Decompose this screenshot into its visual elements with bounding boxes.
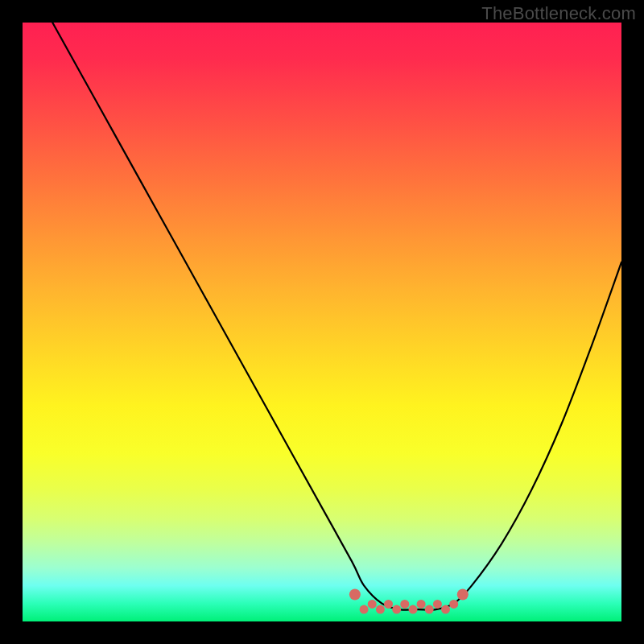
- valley-dot: [368, 600, 377, 609]
- curve-layer: [23, 23, 621, 621]
- watermark-text: TheBottleneck.com: [481, 3, 636, 24]
- valley-marker-dots: [349, 589, 469, 614]
- valley-dot: [449, 600, 458, 609]
- valley-dot: [441, 605, 450, 614]
- valley-dot-end: [457, 589, 469, 601]
- valley-dot: [425, 605, 434, 614]
- valley-dot: [392, 605, 401, 614]
- chart-frame: TheBottleneck.com: [0, 0, 644, 644]
- valley-dot: [400, 600, 409, 609]
- valley-dot: [433, 600, 442, 609]
- valley-dot: [360, 605, 369, 614]
- valley-dot: [376, 605, 385, 614]
- plot-area: [23, 23, 621, 621]
- bottleneck-curve: [52, 23, 621, 610]
- valley-dot: [384, 600, 393, 609]
- valley-dot: [409, 605, 418, 614]
- valley-dot: [417, 600, 426, 609]
- valley-dot-end: [349, 589, 361, 601]
